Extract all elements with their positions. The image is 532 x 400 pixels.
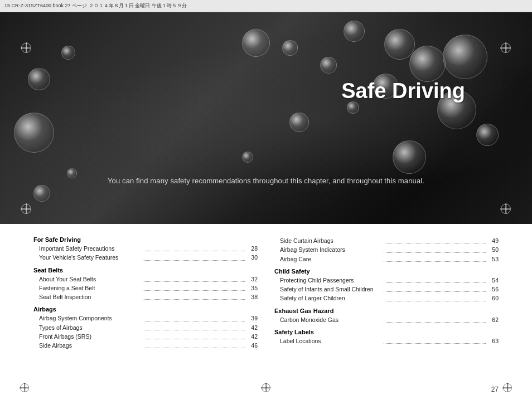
corner-mark-dark-bottom-center [262,383,270,392]
toc-item: Protecting Child Passengers54 [274,276,499,285]
bubble-12 [289,113,309,132]
toc-item-label: Front Airbags (SRS) [39,332,141,341]
bubble-11 [393,140,426,174]
toc-item-dots [384,255,486,262]
toc-item-label: Seat Belt Inspection [39,292,141,301]
bubble-1 [384,29,415,60]
toc-item: Airbag System Components39 [33,314,258,323]
toc-item-dots [384,336,486,344]
toc-item-page: 53 [487,255,499,264]
toc-item-page: 30 [246,253,258,262]
toc-item-page: 62 [487,315,499,324]
toc-heading: Airbags [33,306,258,313]
toc-item-page: 32 [246,275,258,284]
toc-item: Label Locations63 [274,336,499,345]
toc-item-label: Carbon Monoxide Gas [280,315,382,324]
toc-item: Fastening a Seat Belt35 [33,284,258,292]
toc-item: Seat Belt Inspection38 [33,292,258,301]
toc-item-page: 63 [487,336,499,345]
toc-item-dots [143,332,245,339]
toc-item-dots [143,284,245,291]
toc-item: Carbon Monoxide Gas62 [274,315,499,324]
toc-item: Safety of Larger Children60 [274,294,499,303]
toc-item-dots [384,276,486,283]
toc-item-page: 56 [487,285,499,294]
toc-item-page: 38 [246,292,258,301]
toc-item-page: 46 [246,341,258,350]
toc-item-page: 42 [246,323,258,332]
toc-item-dots [384,236,486,243]
toc-heading: Child Safety [274,268,499,275]
toc-item: Safety of Infants and Small Children56 [274,285,499,294]
toc-item-label: Protecting Child Passengers [280,276,382,285]
toc-item-label: Airbag System Components [39,314,141,323]
bubble-3 [409,46,446,82]
bubble-5 [320,57,337,74]
toc-item-dots [143,244,245,251]
toc-item-dots [384,315,486,323]
bubble-13 [443,35,487,79]
toc-item-label: Your Vehicle's Safety Features [39,253,141,262]
toc-item: Airbag Care53 [274,255,499,264]
bubble-2 [344,21,365,42]
hero-subtitle: You can find many safety recommendations… [0,177,532,185]
toc-item: Side Curtain Airbags49 [274,236,499,245]
toc-item-dots [143,323,245,330]
bubble-10 [347,101,359,114]
toc-item-page: 54 [487,276,499,285]
toc-item-label: Types of Airbags [39,323,141,332]
toc-right-column: Side Curtain Airbags49Airbag System Indi… [269,236,499,350]
hero-title: Safe Driving [341,79,465,103]
toc-item-dots [143,314,245,321]
toc-item-label: Safety of Infants and Small Children [280,285,382,294]
bubble-7 [476,124,499,146]
toc-item-dots [143,292,245,300]
toc-item-page: 35 [246,284,258,292]
corner-mark-bottom-right [501,204,511,214]
toc-item-dots [384,245,486,252]
toc-item: Airbag System Indicators50 [274,245,499,254]
bubble-left-3 [61,46,75,60]
toc-item-label: Airbag System Indicators [280,245,382,254]
header-bar: 15 CR-Z-31SZT6400.book 27 ページ ２０１４年８月１日 … [0,0,532,12]
toc-item-label: Label Locations [280,336,382,345]
corner-mark-bottom-left [21,204,31,214]
toc-item-label: Airbag Care [280,255,382,264]
page-number: 27 [491,386,499,393]
corner-mark-dark-bottom-right [503,383,512,392]
toc-left-column: For Safe DrivingImportant Safety Precaut… [33,236,269,350]
toc-item-page: 60 [487,294,499,303]
toc-item-label: Fastening a Seat Belt [39,284,141,292]
content-section: For Safe DrivingImportant Safety Precaut… [0,224,532,359]
page-footer: 27 [491,386,499,393]
bubble-left-2 [28,68,50,90]
toc-item-label: About Your Seat Belts [39,275,141,284]
toc-item-label: Important Safety Precautions [39,244,141,253]
toc-item-page: 42 [246,332,258,341]
toc-item: Side Airbags46 [33,341,258,350]
toc-item: Your Vehicle's Safety Features30 [33,253,258,262]
toc-item-dots [384,285,486,292]
bubble-9 [242,29,270,57]
bubble-8 [282,40,298,56]
toc-item-dots [143,341,245,348]
toc-item-label: Safety of Larger Children [280,294,382,303]
toc-item-dots [143,275,245,282]
toc-item: Types of Airbags42 [33,323,258,332]
corner-mark-dark-bottom-left [20,383,29,392]
toc-heading: Exhaust Gas Hazard [274,308,499,314]
header-text: 15 CR-Z-31SZT6400.book 27 ページ ２０１４年８月１日 … [4,2,187,9]
toc-heading: Safety Labels [274,329,499,335]
hero-section: Safe Driving You can find many safety re… [0,12,532,224]
toc-item-page: 28 [246,244,258,253]
toc-item-dots [143,253,245,260]
toc-item: About Your Seat Belts32 [33,275,258,284]
toc-item: Front Airbags (SRS)42 [33,332,258,341]
bubble-mid-1 [242,152,253,163]
bubble-left-1 [14,113,54,153]
toc-item-page: 49 [487,236,499,245]
toc-item-dots [384,294,486,301]
corner-mark-top-right [501,43,511,53]
toc-item-page: 39 [246,314,258,323]
toc-item-page: 50 [487,245,499,254]
